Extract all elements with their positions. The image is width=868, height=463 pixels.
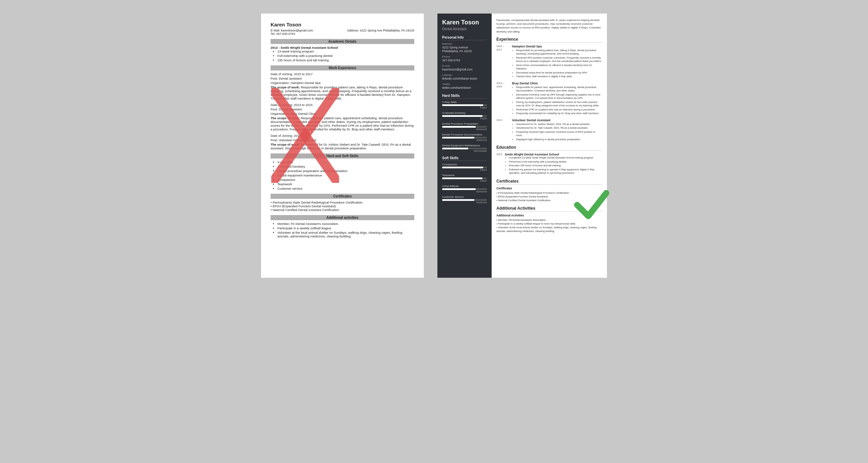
right-main: Passionate, compassionate dental assista… <box>492 14 607 278</box>
email-value: karentoson@gmail.com <box>442 68 487 71</box>
right-certs-list: Pennsylvania State Dental Radiological P… <box>496 191 602 203</box>
right-additional-list: Member, PA Dental Assistant's Associatio… <box>496 218 602 233</box>
academic-section-header: Academic Details <box>271 39 414 44</box>
list-item: 4-Handed Dentistry <box>277 165 414 168</box>
education-title: Education <box>496 145 602 151</box>
soft-skill-item: Compassion Expert <box>442 163 487 171</box>
hard-skill-item: X-Ray Skills Expert <box>442 101 487 109</box>
hard-skill-item: Dental Equipment Maintenance Intermediat… <box>442 144 487 152</box>
list-item: Dental equipment maintenance <box>277 173 414 177</box>
list-item: Dental procedure preparation and documen… <box>277 169 414 173</box>
cert-item: Pennsylvania State Dental Radiological P… <box>496 191 602 195</box>
linkedin-value: linkedin.com/in/karen-toson <box>442 77 487 81</box>
summary: Passionate, compassionate dental assista… <box>496 18 602 34</box>
hard-skills-title: Hard Skills <box>442 94 487 99</box>
left-name: Karen Toson <box>271 22 414 27</box>
academic-list: 13-week training program Full externship… <box>277 49 414 62</box>
list-item: 13-week training program <box>277 49 414 53</box>
work-entry-3: Date of Joining: 2013 Post: Volunteer De… <box>271 134 414 150</box>
additional-section-header: Additional activities <box>271 215 414 220</box>
soft-skill-item: Customer Service Advanced <box>442 195 487 204</box>
additional-sub: Additional Activities <box>496 214 602 217</box>
address-value: 4222 Spring AvenuePhiladelphia, PA 19103 <box>442 46 487 53</box>
right-resume: Karen Toson Dental Assistant Personal In… <box>437 14 607 278</box>
experience-item: 2015 –2017 Hampton Dental Spa Responsibl… <box>496 45 602 79</box>
list-item: X-ray skills <box>277 160 414 164</box>
work-entry-1: Date of Joining: 2015 to 2017 Post: Dent… <box>271 72 414 100</box>
skills-list: X-ray skills 4-Handed Dentistry Dental p… <box>277 160 414 190</box>
certs-sub: Certificates <box>496 187 602 190</box>
list-item: Teamwork <box>277 182 414 186</box>
experience-title: Experience <box>496 37 602 43</box>
twitter-value: twitter.com/karentoson <box>442 86 487 90</box>
list-item: Participate in a weekly softball league <box>277 226 414 230</box>
list-item: Customer service <box>277 187 414 190</box>
left-address: Address: 4222 Spring Ave Philadelphia, P… <box>347 29 414 36</box>
additional-item: Participate in a weekly softball league … <box>496 222 602 226</box>
left-resume: Karen Toson E-Mail: karentoson@gmail.com… <box>261 14 424 278</box>
additional-title: Additional Activities <box>496 206 602 212</box>
right-name: Karen Toson <box>442 19 487 26</box>
cert-item: National Certified Dental Assistant Cert… <box>496 198 602 202</box>
certificates-title: Certificates <box>496 179 602 185</box>
list-item: Compassion <box>277 178 414 182</box>
skills-section-header: Hard and Soft Skills <box>271 153 414 159</box>
left-contact: E-Mail: karentoson@gmail.com Tel: 267-63… <box>271 29 414 36</box>
hard-skill-item: 4-Handed Dentistry Expert <box>442 111 487 120</box>
personal-info-title: Personal Info <box>442 36 487 40</box>
work-entry-2: Date of Joining: 2013 to 2015 Post: Dent… <box>271 103 414 131</box>
experience-list: 2015 –2017 Hampton Dental Spa Responsibl… <box>496 45 602 142</box>
list-item: Member, PA Dental Assistant's Associatio… <box>277 222 414 226</box>
right-sidebar: Karen Toson Dental Assistant Personal In… <box>437 14 492 278</box>
soft-skills-title: Soft Skills <box>442 156 487 161</box>
work-section-header: Work Experience <box>271 65 414 70</box>
experience-item: 2013 –2015 Bray Dental Clinic Responsibl… <box>496 82 602 116</box>
additional-item: Volunteer at the local animal shelter on… <box>496 226 602 233</box>
cert-item: • EFDA (Expanded Function Dental Assista… <box>271 204 414 208</box>
additional-item: Member, PA Dental Assistant's Associatio… <box>496 218 602 222</box>
address-label: Address <box>442 42 487 45</box>
hard-skill-item: Dental Procedure Documentation Advanced <box>442 133 487 141</box>
email-label: E-mail <box>442 64 487 67</box>
additional-list: Member, PA Dental Assistant's Associatio… <box>277 222 414 238</box>
soft-skill-item: Great Attitude Advanced <box>442 185 487 193</box>
academic-entry: 2013 - Smile Wright Dental Assistant Sch… <box>271 46 414 62</box>
left-email: E-Mail: karentoson@gmail.com Tel: 267-63… <box>271 29 313 36</box>
linkedin-label: LinkedIn <box>442 73 487 77</box>
cert-item: • National Certified Dental Assistant Ce… <box>271 208 414 212</box>
hard-skill-item: Dental Procedure Preparation Advanced <box>442 122 487 130</box>
right-title: Dental Assistant <box>442 27 487 31</box>
cert-item: EFDA (Expanded Function Dental Assistant… <box>496 195 602 198</box>
education-entry: 2013 Smile Wright Dental Assistant Schoo… <box>496 153 602 175</box>
twitter-label: Twitter <box>442 83 487 86</box>
education-item: 2013 Smile Wright Dental Assistant Schoo… <box>496 153 602 175</box>
list-item: 195 hours of lecture and lab training <box>277 58 414 62</box>
soft-skill-item: Teamwork Expert <box>442 174 487 182</box>
phone-label: Phone <box>442 55 487 58</box>
certs-list: • Pennsylvania State Dental Radiological… <box>271 201 414 212</box>
soft-skills-list: Compassion Expert Teamwork Expert Great … <box>442 163 487 204</box>
certs-section-header: Certificates <box>271 194 414 199</box>
cert-item: • Pennsylvania State Dental Radiological… <box>271 201 414 204</box>
phone-value: 267-630-0763 <box>442 59 487 62</box>
experience-item: 2013 Volunteer Dental Assistant Voluntee… <box>496 119 602 142</box>
hard-skills-list: X-Ray Skills Expert 4-Handed Dentistry E… <box>442 101 487 152</box>
list-item: Volunteer at the local animal shelter on… <box>277 231 414 238</box>
list-item: Full externship with a practicing dentis… <box>277 54 414 58</box>
